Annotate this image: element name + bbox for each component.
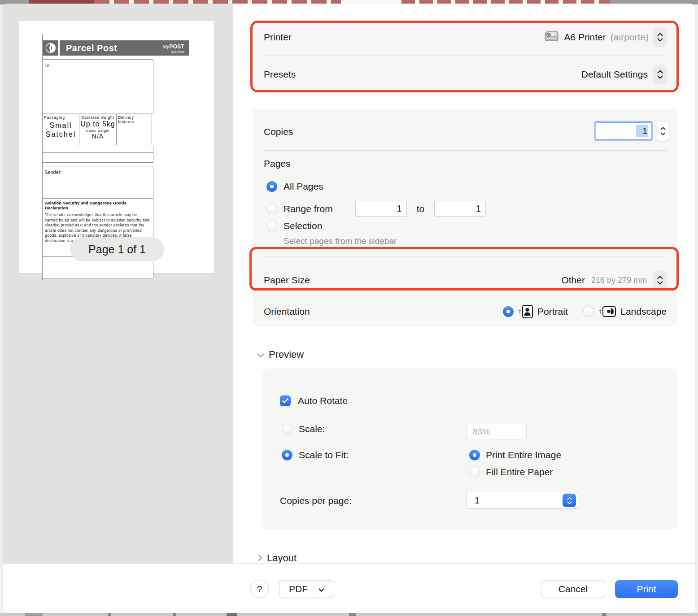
range-to-label: to (417, 204, 425, 214)
range-radio-icon[interactable] (266, 204, 277, 214)
paper-size-value: Other (561, 275, 585, 286)
printer-presets-card: Printer A6 Printer (airporte) (253, 19, 677, 93)
radio-selection[interactable]: Selection (266, 221, 322, 231)
presets-popup[interactable]: Default Settings (581, 65, 667, 84)
portrait-icon: ↑ (518, 305, 533, 318)
selection-radio-icon[interactable] (266, 221, 277, 231)
radio-fill-entire-paper[interactable]: Fill Entire Paper (469, 467, 553, 477)
selection-hint: Select pages from the sidebar (284, 236, 397, 246)
background-page-bottom-strip (0, 613, 698, 616)
paper-size-dimensions: 216 by 279 mm (591, 276, 647, 285)
radio-scale-to-fit[interactable]: Scale to Fit: (282, 450, 349, 460)
delivery-features-cell: Delivery features (116, 114, 152, 145)
auto-rotate-checkbox-row[interactable]: Auto Rotate (280, 395, 348, 406)
print-button[interactable]: Print (615, 580, 678, 598)
radio-scale[interactable]: Scale: (282, 424, 325, 434)
orientation-label: Orientation (264, 306, 310, 317)
radio-portrait[interactable]: ↑ Portrait (503, 305, 568, 318)
scale-input[interactable]: 83% (467, 424, 527, 439)
label-header-bar: Parcel Post MyPOST Business (60, 40, 189, 56)
pages-label: Pages (264, 158, 291, 169)
sender-label: Sender: (44, 169, 62, 175)
copies-value: 1 (636, 125, 648, 137)
print-dialog-sheet: Parcel Post MyPOST Business To: Packagin… (3, 4, 695, 613)
radio-all-pages[interactable]: All Pages (266, 181, 323, 192)
printer-value: A6 Printer (564, 32, 606, 43)
scale-radio-icon[interactable] (282, 424, 292, 434)
printer-icon (543, 30, 559, 44)
australia-post-logo-icon (43, 40, 58, 56)
packaging-cell: Packaging SmallSatchel (42, 114, 79, 145)
cancel-button[interactable]: Cancel (541, 580, 605, 598)
preview-disclosure[interactable]: Preview (257, 349, 304, 360)
radio-print-entire-image[interactable]: Print Entire Image (469, 450, 561, 460)
preview-pane: Parcel Post MyPOST Business To: Packagin… (3, 4, 233, 613)
label-thin-row (42, 154, 153, 163)
range-to-input[interactable]: 1 (434, 201, 486, 217)
portrait-radio-icon[interactable] (503, 306, 514, 317)
chevron-down-icon (318, 584, 324, 594)
layout-disclosure[interactable]: Layout (258, 552, 297, 564)
label-thin-row (42, 146, 153, 153)
print-preview-page: Parcel Post MyPOST Business To: Packagin… (19, 20, 214, 273)
auto-rotate-checkbox-icon[interactable] (280, 395, 291, 406)
presets-label: Presets (264, 69, 296, 80)
chevron-down-icon[interactable] (257, 349, 264, 360)
chevron-right-icon[interactable] (258, 552, 262, 564)
label-header: Parcel Post MyPOST Business (43, 40, 189, 56)
layout-section-title: Layout (267, 552, 297, 564)
print-entire-image-radio-icon[interactable] (469, 450, 480, 460)
landscape-icon: ↑ (598, 306, 616, 317)
footer-bar: ? PDF Cancel Print (3, 563, 695, 613)
copies-per-page-popup[interactable]: 1 (466, 492, 578, 509)
help-button[interactable]: ? (250, 580, 269, 598)
preview-options-card: Auto Rotate Scale: 83% Scale to Fit: Pri… (262, 369, 677, 529)
popup-stepper-icon (563, 494, 576, 507)
paper-size-popup[interactable]: Other 216 by 279 mm (561, 270, 667, 290)
copies-input[interactable]: 1 (596, 122, 651, 139)
copies-per-page-label: Copies per page: (280, 495, 352, 506)
to-label: To: (44, 63, 51, 68)
pdf-menu-button[interactable]: PDF (279, 580, 334, 598)
printer-device: (airporte) (611, 32, 649, 43)
copies-per-page-value: 1 (475, 495, 480, 506)
printer-stepper-icon[interactable] (653, 27, 667, 47)
label-sender-box: Sender: (42, 166, 153, 197)
printer-label: Printer (264, 32, 292, 43)
range-from-input[interactable]: 1 (355, 201, 407, 217)
radio-range[interactable]: Range from 1 to 1 (266, 201, 486, 217)
label-to-box: To: (42, 59, 153, 113)
copies-pages-card: Copies 1 Pages All Pages Range from 1 to… (253, 109, 677, 326)
preview-section-title: Preview (269, 349, 304, 360)
radio-landscape[interactable]: ↑ Landscape (583, 306, 667, 317)
printer-popup[interactable]: A6 Printer (airporte) (543, 27, 667, 47)
help-icon: ? (257, 584, 262, 594)
paper-size-label: Paper Size (264, 275, 310, 286)
presets-stepper-icon[interactable] (653, 65, 667, 84)
declaration-title: Aviation Security and Dangerous Goods De… (45, 200, 151, 210)
fill-entire-paper-radio-icon[interactable] (469, 467, 480, 477)
scale-to-fit-radio-icon[interactable] (282, 450, 292, 460)
page-count-badge: Page 1 of 1 (70, 237, 164, 261)
pdf-button-divider (314, 584, 314, 594)
label-brand: Parcel Post (66, 43, 117, 53)
all-pages-radio-icon[interactable] (266, 181, 277, 192)
presets-value: Default Settings (581, 69, 648, 80)
paper-size-stepper-icon[interactable] (653, 270, 667, 290)
landscape-radio-icon[interactable] (583, 306, 594, 317)
copies-stepper-icon[interactable] (657, 121, 669, 141)
mypost-business-logo: MyPOST Business (162, 43, 184, 54)
declared-weight-cell: Declared weight Up to 5kg Cubic weight N… (79, 114, 117, 145)
copies-label: Copies (264, 126, 293, 137)
